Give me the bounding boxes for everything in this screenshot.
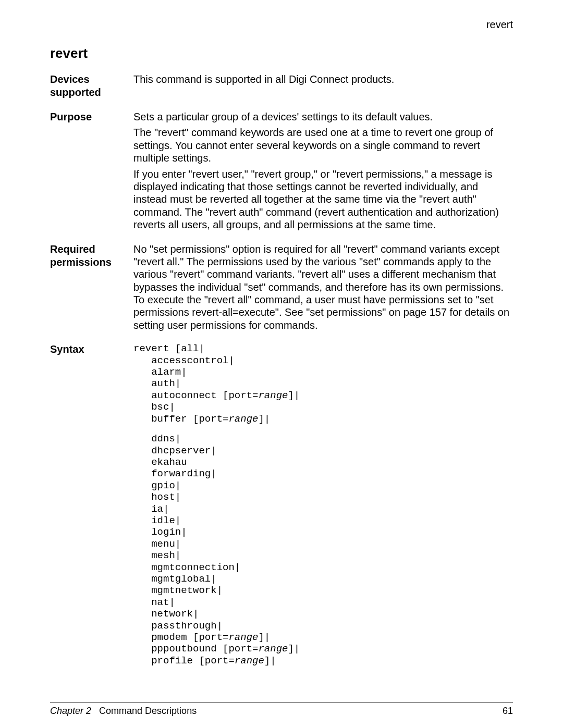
syntax-l06: bsc|	[133, 401, 175, 413]
syntax-l19: mgmtconnection|	[133, 562, 240, 573]
syntax-l04: auth|	[133, 378, 181, 389]
footer-chapter-rest: Command Descriptions	[99, 706, 197, 716]
section-syntax: Syntax revert [all| accesscontrol| alarm…	[50, 343, 513, 667]
syntax-l01: revert [all|	[133, 343, 205, 354]
footer-page-number: 61	[503, 706, 513, 717]
syntax-l08: ddns|	[133, 433, 181, 445]
syntax-l25b: range	[228, 632, 258, 643]
syntax-l27c: ]|	[264, 655, 276, 667]
syntax-l17: menu|	[133, 538, 181, 550]
syntax-l27a: profile [port=	[133, 655, 235, 667]
syntax-l20: mgmtglobal|	[133, 573, 217, 585]
syntax-l14: ia|	[133, 503, 169, 515]
syntax-l07c: ]|	[258, 413, 270, 425]
syntax-l13: host|	[133, 491, 181, 503]
required-p1: No "set permissions" option is required …	[133, 243, 513, 332]
syntax-l27b: range	[235, 655, 264, 667]
footer-rule	[50, 702, 513, 702]
syntax-l24: passthrough|	[133, 620, 223, 632]
section-body-syntax: revert [all| accesscontrol| alarm| auth|…	[133, 343, 513, 667]
devices-p1: This command is supported in all Digi Co…	[133, 73, 513, 85]
syntax-l05c: ]|	[288, 390, 300, 401]
footer-chapter-italic: Chapter 2	[50, 706, 91, 716]
section-body-required: No "set permissions" option is required …	[133, 243, 513, 332]
section-body-purpose: Sets a particular group of a devices' se…	[133, 110, 513, 231]
syntax-l16: login|	[133, 526, 187, 538]
section-body-devices: This command is supported in all Digi Co…	[133, 73, 513, 85]
syntax-l25c: ]|	[258, 632, 270, 643]
footer-line: Chapter 2 Command Descriptions 61	[50, 706, 513, 717]
section-label-purpose: Purpose	[50, 110, 133, 124]
syntax-l05b: range	[258, 390, 288, 401]
syntax-block-1: revert [all| accesscontrol| alarm| auth|…	[133, 343, 513, 425]
syntax-l10: ekahau	[133, 456, 187, 468]
footer-left: Chapter 2 Command Descriptions	[50, 706, 197, 717]
syntax-l18: mesh|	[133, 550, 181, 561]
section-label-devices: Devices supported	[50, 73, 133, 99]
syntax-l26a: pppoutbound [port=	[133, 643, 258, 655]
page-footer: Chapter 2 Command Descriptions 61	[50, 702, 513, 717]
syntax-l07a: buffer [port=	[133, 413, 228, 425]
section-label-syntax: Syntax	[50, 343, 133, 356]
syntax-block-2: ddns| dhcpserver| ekahau forwarding| gpi…	[133, 433, 513, 667]
purpose-p2: The "revert" command keywords are used o…	[133, 126, 513, 164]
syntax-l02: accesscontrol|	[133, 355, 235, 366]
purpose-p1: Sets a particular group of a devices' se…	[133, 110, 513, 123]
page-title: revert	[50, 45, 513, 61]
section-purpose: Purpose Sets a particular group of a dev…	[50, 110, 513, 231]
syntax-l15: idle|	[133, 515, 181, 526]
syntax-l23: network|	[133, 608, 199, 620]
syntax-l05a: autoconnect [port=	[133, 390, 258, 401]
syntax-l12: gpio|	[133, 480, 181, 491]
syntax-l21: mgmtnetwork|	[133, 585, 223, 596]
syntax-l11: forwarding|	[133, 468, 217, 479]
section-label-required: Required permissions	[50, 243, 133, 269]
running-header: revert	[50, 19, 513, 31]
syntax-l09: dhcpserver|	[133, 445, 217, 456]
syntax-l22: nat|	[133, 597, 175, 608]
page: revert revert Devices supported This com…	[0, 0, 563, 728]
section-devices-supported: Devices supported This command is suppor…	[50, 73, 513, 99]
purpose-p3: If you enter "revert user," "revert grou…	[133, 168, 513, 231]
syntax-l25a: pmodem [port=	[133, 632, 228, 643]
syntax-l26b: range	[258, 643, 288, 655]
syntax-l03: alarm|	[133, 366, 187, 378]
section-required-permissions: Required permissions No "set permissions…	[50, 243, 513, 332]
syntax-l07b: range	[228, 413, 258, 425]
syntax-l26c: ]|	[288, 643, 300, 655]
